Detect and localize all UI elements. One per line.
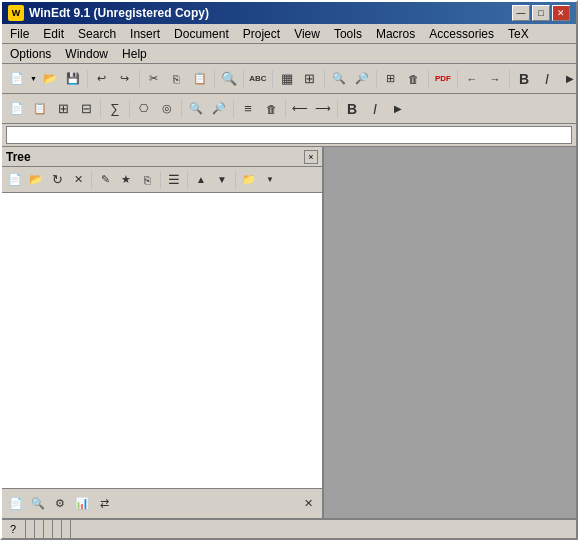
maximize-button[interactable]: □ (532, 5, 550, 21)
open-button[interactable]: 📂 (39, 68, 61, 90)
menu-search[interactable]: Search (72, 25, 122, 43)
menu-insert[interactable]: Insert (124, 25, 166, 43)
tree-down-btn[interactable]: ▼ (212, 170, 232, 190)
tb2-trash[interactable]: 🗑 (260, 98, 282, 120)
menu-project[interactable]: Project (237, 25, 286, 43)
tb2-sum[interactable]: ∑ (104, 98, 126, 120)
tree-refresh-btn[interactable]: ↻ (47, 170, 67, 190)
grid-button[interactable]: ⊞ (299, 68, 321, 90)
sep-2 (139, 70, 140, 88)
tree-up-btn[interactable]: ▲ (191, 170, 211, 190)
menu-file[interactable]: File (4, 25, 35, 43)
menu-window[interactable]: Window (59, 45, 114, 63)
panel-title: Tree (6, 150, 31, 164)
tb2-grid[interactable]: ⊞ (52, 98, 74, 120)
save-button[interactable]: 💾 (62, 68, 84, 90)
minimize-button[interactable]: — (512, 5, 530, 21)
tree-delete-btn[interactable]: ✕ (68, 170, 88, 190)
tb2-search[interactable]: 🔍 (185, 98, 207, 120)
tb2-hex1[interactable]: ⎔ (133, 98, 155, 120)
title-bar: W WinEdt 9.1 (Unregistered Copy) — □ ✕ (2, 2, 576, 24)
menu-document[interactable]: Document (168, 25, 235, 43)
toolbar-1: 📄 ▼ 📂 💾 ↩ ↪ ✂ ⎘ 📋 🔍 ABC ▦ ⊞ 🔍 🔎 ⊞ 🗑 PDF … (2, 64, 576, 94)
tree-sep-2 (160, 171, 161, 189)
bottom-btn-2[interactable]: 🔍 (28, 494, 48, 514)
menu-edit[interactable]: Edit (37, 25, 70, 43)
undo-button[interactable]: ↩ (91, 68, 113, 90)
italic-button[interactable]: I (536, 68, 558, 90)
search-input[interactable] (6, 126, 572, 144)
tb2-paste[interactable]: 📋 (29, 98, 51, 120)
bottom-btn-4[interactable]: 📊 (72, 494, 92, 514)
tb2-grid2[interactable]: ⊟ (75, 98, 97, 120)
bottom-btn-5[interactable]: ⇄ (94, 494, 114, 514)
bottom-btn-3[interactable]: ⚙ (50, 494, 70, 514)
tree-menu-btn[interactable]: ☰ (164, 170, 184, 190)
tree-dropdown-btn[interactable]: ▼ (260, 170, 280, 190)
tb2-bold[interactable]: B (341, 98, 363, 120)
tree-panel: Tree × 📄 📂 ↻ ✕ ✎ ★ ⎘ ☰ ▲ ▼ 📁 ▼ (2, 147, 324, 518)
new-dropdown[interactable]: ▼ (29, 69, 38, 89)
link-button[interactable]: ⊞ (380, 68, 402, 90)
sep-8 (428, 70, 429, 88)
zoom-out-button[interactable]: 🔍 (328, 68, 350, 90)
tb2-more[interactable]: ▶ (387, 98, 409, 120)
main-window: W WinEdt 9.1 (Unregistered Copy) — □ ✕ F… (0, 0, 578, 540)
toolbar-2: 📄 📋 ⊞ ⊟ ∑ ⎔ ◎ 🔍 🔎 ≡ 🗑 ⟵ ⟶ B I ▶ (2, 94, 576, 124)
bottom-close-btn[interactable]: ✕ (298, 494, 318, 514)
tree-star-btn[interactable]: ★ (116, 170, 136, 190)
status-info-4 (53, 520, 62, 538)
close-button[interactable]: ✕ (552, 5, 570, 21)
tb2-search2[interactable]: 🔎 (208, 98, 230, 120)
menu-options[interactable]: Options (4, 45, 57, 63)
menu-tex[interactable]: TeX (502, 25, 535, 43)
tree-sep-1 (91, 171, 92, 189)
search-container (2, 124, 576, 147)
bottom-btn-1[interactable]: 📄 (6, 494, 26, 514)
status-info-3 (44, 520, 53, 538)
menu-accessories[interactable]: Accessories (423, 25, 500, 43)
sep-6 (324, 70, 325, 88)
next-button[interactable]: → (484, 68, 506, 90)
menu-tools[interactable]: Tools (328, 25, 368, 43)
panel-close-button[interactable]: × (304, 150, 318, 164)
tree-sep-3 (187, 171, 188, 189)
tb2-italic[interactable]: I (364, 98, 386, 120)
tb2-list[interactable]: ≡ (237, 98, 259, 120)
tree-sep-4 (235, 171, 236, 189)
prev-button[interactable]: ← (461, 68, 483, 90)
app-icon: W (8, 5, 24, 21)
tree-copy-btn[interactable]: ⎘ (137, 170, 157, 190)
sep-10 (509, 70, 510, 88)
tree-open-btn[interactable]: 📂 (26, 170, 46, 190)
spellcheck-button[interactable]: ABC (247, 68, 269, 90)
menu-bar-2: Options Window Help (2, 44, 576, 64)
cut-button[interactable]: ✂ (143, 68, 165, 90)
tree-content (2, 193, 322, 488)
table-button[interactable]: ▦ (276, 68, 298, 90)
panel-bottom: 📄 🔍 ⚙ 📊 ⇄ ✕ (2, 488, 322, 518)
tb2-new[interactable]: 📄 (6, 98, 28, 120)
menu-help[interactable]: Help (116, 45, 153, 63)
new-button[interactable]: 📄 (6, 68, 28, 90)
zoom-in-button[interactable]: 🔎 (351, 68, 373, 90)
menu-macros[interactable]: Macros (370, 25, 421, 43)
redo-button[interactable]: ↪ (114, 68, 136, 90)
title-bar-left: W WinEdt 9.1 (Unregistered Copy) (8, 5, 209, 21)
tree-edit-btn[interactable]: ✎ (95, 170, 115, 190)
copy-button[interactable]: ⎘ (166, 68, 188, 90)
tb2-hex2[interactable]: ◎ (156, 98, 178, 120)
paste-button[interactable]: 📋 (189, 68, 211, 90)
tree-folder-btn[interactable]: 📁 (239, 170, 259, 190)
bold-button[interactable]: B (513, 68, 535, 90)
tree-new-btn[interactable]: 📄 (5, 170, 25, 190)
delete-button[interactable]: 🗑 (403, 68, 425, 90)
menu-view[interactable]: View (288, 25, 326, 43)
tb2-arrow-left[interactable]: ⟵ (289, 98, 311, 120)
more-button[interactable]: ▶ (559, 68, 576, 90)
tb2-arrow-right[interactable]: ⟶ (312, 98, 334, 120)
editor-area[interactable] (324, 147, 576, 518)
find-button[interactable]: 🔍 (218, 68, 240, 90)
status-info-5 (62, 520, 71, 538)
pdf-button[interactable]: PDF (432, 68, 454, 90)
